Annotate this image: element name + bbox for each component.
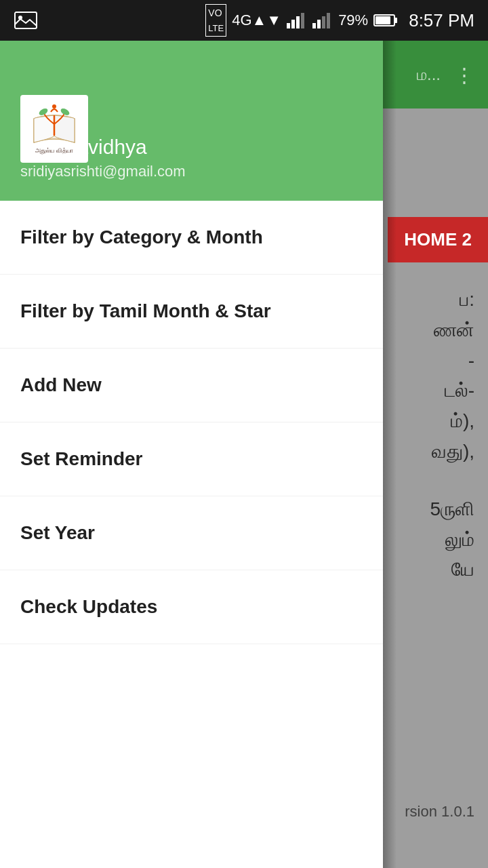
- svg-rect-11: [394, 18, 397, 23]
- status-bar-left: [14, 11, 38, 30]
- battery-icon: [373, 13, 398, 28]
- tamil-text-line6: வது),: [430, 437, 474, 467]
- home2-button[interactable]: HOME 2: [388, 217, 488, 262]
- gallery-icon: [14, 11, 38, 30]
- svg-point-16: [52, 104, 56, 108]
- menu-item-filter-tamil[interactable]: Filter by Tamil Month & Star: [0, 275, 383, 349]
- svg-rect-12: [375, 16, 390, 24]
- version-text: rsion 1.0.1: [405, 803, 474, 821]
- svg-rect-5: [301, 13, 304, 28]
- tamil-text-line5: ம்),: [430, 406, 474, 437]
- status-bar-right: VOLTE 4G▲▼ 79% 8:57 PM: [205, 4, 474, 36]
- app-logo-container: அதுல்ய வித்யா: [20, 95, 88, 163]
- menu-item-add-new[interactable]: Add New: [0, 349, 383, 422]
- menu-item-set-year[interactable]: Set Year: [0, 496, 383, 570]
- drawer-user-email: sridiyasrishti@gmail.com: [20, 163, 363, 180]
- menu-item-filter-category[interactable]: Filter by Category & Month: [0, 201, 383, 275]
- 4g-indicator: 4G▲▼: [232, 12, 281, 29]
- navigation-drawer: அதுல்ய வித்யா Athulyavidhya sridiyasrish…: [0, 41, 383, 868]
- drawer-shadow: [383, 41, 396, 868]
- app-bar-title-partial: ம...: [417, 65, 441, 84]
- volte-indicator: VOLTE: [205, 4, 226, 36]
- svg-rect-3: [291, 20, 295, 28]
- tamil-text-line4: டல்-: [430, 376, 474, 406]
- svg-rect-4: [296, 16, 300, 28]
- menu-item-set-reminder[interactable]: Set Reminder: [0, 422, 383, 496]
- svg-rect-7: [317, 20, 321, 28]
- clock: 8:57 PM: [409, 10, 474, 31]
- svg-rect-8: [322, 16, 325, 28]
- battery-percentage: 79%: [338, 12, 368, 29]
- tamil-text-line1: ப:: [430, 285, 474, 315]
- app-logo: அதுல்ய வித்யா: [24, 98, 85, 159]
- tamil-text-line3: -: [430, 346, 474, 376]
- svg-rect-6: [312, 23, 316, 28]
- svg-rect-2: [287, 23, 290, 28]
- overflow-menu-icon: ⋮: [454, 63, 474, 87]
- signal-icon: [287, 12, 307, 28]
- menu-item-check-updates[interactable]: Check Updates: [0, 570, 383, 644]
- drawer-menu: Filter by Category & Month Filter by Tam…: [0, 201, 383, 868]
- signal2-icon: [312, 12, 333, 28]
- svg-rect-9: [327, 13, 330, 28]
- tamil-text-line2: ணன்: [430, 315, 474, 346]
- drawer-header: அதுல்ய வித்யா Athulyavidhya sridiyasrish…: [0, 41, 383, 201]
- tamil-text-line8: லும்: [430, 525, 474, 555]
- tamil-text-line7: 5ருளி: [430, 494, 474, 525]
- right-content-text: ப: ணன் - டல்- ம்), வது), 5ருளி லும் யே: [430, 285, 474, 585]
- tamil-text-line9: யே: [430, 555, 474, 585]
- status-bar: VOLTE 4G▲▼ 79% 8:57 PM: [0, 0, 488, 41]
- svg-text:அதுல்ய வித்யா: அதுல்ய வித்யா: [35, 147, 73, 155]
